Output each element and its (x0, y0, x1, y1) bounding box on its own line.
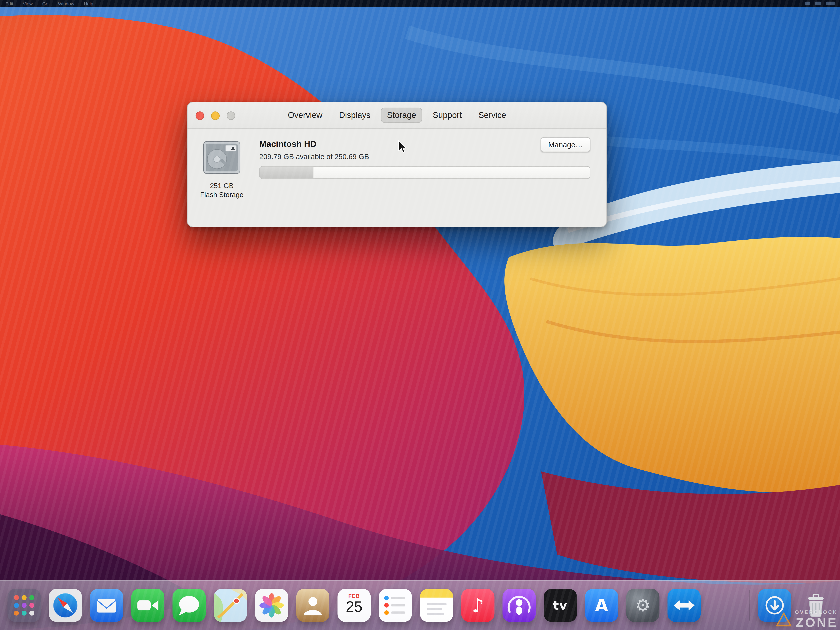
menu-item-edit[interactable]: Edit (5, 1, 13, 6)
podcasts-icon[interactable] (502, 589, 535, 622)
tab-service[interactable]: Service (472, 108, 512, 123)
wallpaper (0, 0, 840, 630)
messages-glyph (172, 589, 205, 622)
tv-glyph: tv (544, 589, 577, 622)
app-store-icon[interactable]: A (585, 589, 618, 622)
menu-item-go[interactable]: Go (42, 1, 48, 6)
downloads-icon[interactable] (758, 589, 791, 622)
safari-glyph (49, 589, 82, 622)
launchpad-icon[interactable] (8, 589, 41, 622)
facetime-glyph (131, 589, 164, 622)
maps-glyph (214, 589, 247, 622)
apple-tv-icon[interactable]: tv (544, 589, 577, 622)
calendar-month: FEB (338, 593, 371, 599)
photos-glyph (255, 589, 288, 622)
battery-icon[interactable] (826, 2, 835, 5)
tab-support[interactable]: Support (427, 108, 468, 123)
window-titlebar: Overview Displays Storage Support Servic… (188, 102, 606, 128)
teamviewer-icon[interactable] (668, 589, 701, 622)
notes-icon[interactable] (420, 589, 453, 622)
tab-displays[interactable]: Displays (333, 108, 376, 123)
music-note-glyph: ♪ (461, 589, 494, 622)
trash-icon[interactable] (799, 589, 832, 622)
menu-item-window[interactable]: Window (58, 1, 74, 6)
contacts-icon[interactable] (296, 589, 329, 622)
trash-glyph (799, 589, 832, 622)
menu-items: Edit View Go Window Help (5, 1, 93, 6)
messages-icon[interactable] (172, 589, 205, 622)
storage-usage-bar (259, 166, 591, 179)
disk-summary: 251 GB Flash Storage (195, 136, 248, 199)
calendar-day: 25 (338, 599, 371, 614)
hard-drive-icon (201, 136, 243, 179)
facetime-icon[interactable] (131, 589, 164, 622)
mail-icon[interactable] (90, 589, 123, 622)
podcasts-glyph (502, 589, 535, 622)
safari-icon[interactable] (49, 589, 82, 622)
disk-availability: 209.79 GB available of 250.69 GB (259, 153, 591, 161)
tab-storage[interactable]: Storage (381, 108, 422, 123)
tab-overview[interactable]: Overview (282, 108, 328, 123)
dock-divider (749, 590, 750, 621)
storage-used-fill (260, 167, 313, 178)
launchpad-glyph (8, 589, 41, 622)
gear-glyph: ⚙ (626, 589, 659, 622)
window-tabs: Overview Displays Storage Support Servic… (188, 102, 606, 128)
menubar-status-icons (805, 2, 835, 5)
music-icon[interactable]: ♪ (461, 589, 494, 622)
dock: FEB 25 ♪ (0, 580, 840, 630)
contacts-glyph (296, 589, 329, 622)
disk-kind-label: Flash Storage (195, 191, 248, 199)
maps-icon[interactable] (214, 589, 247, 622)
manage-button[interactable]: Manage… (541, 137, 591, 152)
notes-glyph (420, 589, 453, 622)
mouse-cursor (396, 141, 408, 153)
calendar-icon[interactable]: FEB 25 (338, 589, 371, 622)
reminders-icon[interactable] (379, 589, 412, 622)
reminders-glyph (379, 589, 412, 622)
status-icon[interactable] (805, 2, 810, 5)
teamviewer-glyph (668, 589, 701, 622)
app-store-glyph: A (585, 589, 618, 622)
status-icon[interactable] (815, 2, 821, 5)
mail-glyph (90, 589, 123, 622)
downloads-glyph (758, 589, 791, 622)
system-preferences-icon[interactable]: ⚙ (626, 589, 659, 622)
about-this-mac-window: Overview Displays Storage Support Servic… (187, 102, 607, 227)
screen: Edit View Go Window Help Overview Displa… (0, 0, 840, 630)
menu-item-help[interactable]: Help (84, 1, 93, 6)
menu-item-view[interactable]: View (23, 1, 33, 6)
menu-bar: Edit View Go Window Help (0, 0, 840, 7)
photos-icon[interactable] (255, 589, 288, 622)
disk-capacity-label: 251 GB (195, 182, 248, 190)
